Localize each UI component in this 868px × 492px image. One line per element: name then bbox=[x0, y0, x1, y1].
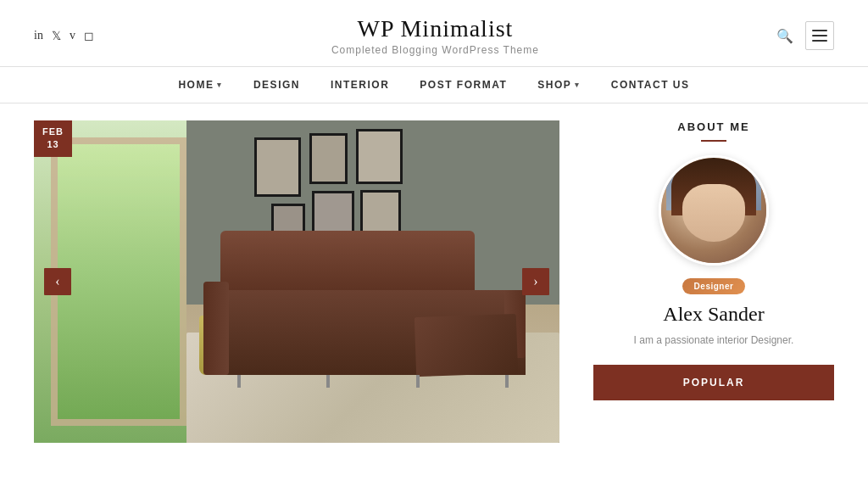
social-links: in 𝕏 v ◻ bbox=[34, 29, 94, 43]
slider-prev-button[interactable]: ‹ bbox=[44, 268, 71, 295]
slider-image bbox=[34, 120, 559, 443]
chevron-down-icon: ▾ bbox=[575, 81, 581, 89]
instagram-icon[interactable]: ◻ bbox=[84, 29, 94, 43]
nav-item-interior[interactable]: INTERIOR bbox=[331, 79, 389, 91]
popular-button[interactable]: POPULAR bbox=[593, 365, 834, 400]
window-frame bbox=[51, 137, 186, 426]
avatar bbox=[659, 155, 769, 266]
site-tagline: Completed Blogging WordPress Theme bbox=[331, 44, 539, 56]
nav-item-design[interactable]: DESIGN bbox=[253, 79, 300, 91]
wall-frame bbox=[254, 137, 301, 197]
header-actions: 🔍 bbox=[776, 21, 834, 50]
vimeo-icon[interactable]: v bbox=[70, 29, 75, 42]
search-icon[interactable]: 🔍 bbox=[776, 28, 793, 44]
chevron-down-icon: ▾ bbox=[217, 81, 223, 89]
twitter-icon[interactable]: 𝕏 bbox=[52, 29, 61, 43]
wall-frame bbox=[356, 129, 403, 184]
sidebar: ABOUT ME Designer Alex Sander I am a pas… bbox=[559, 120, 834, 443]
site-title: WP Minimalist bbox=[331, 15, 539, 42]
nav-item-shop[interactable]: SHOP ▾ bbox=[537, 79, 581, 91]
about-title: ABOUT ME bbox=[593, 120, 834, 133]
about-divider bbox=[701, 140, 726, 142]
menu-toggle[interactable] bbox=[805, 21, 834, 50]
nav-item-post-format[interactable]: POST FORMAT bbox=[420, 79, 507, 91]
post-date-badge: FEB 13 bbox=[34, 120, 72, 157]
interior-scene bbox=[34, 120, 559, 443]
site-brand: WP Minimalist Completed Blogging WordPre… bbox=[331, 15, 539, 56]
role-badge: Designer bbox=[682, 278, 746, 294]
nav-item-home[interactable]: HOME ▾ bbox=[178, 79, 223, 91]
wall-frame bbox=[309, 133, 348, 184]
slider-next-button[interactable]: › bbox=[522, 268, 549, 295]
author-name: Alex Sander bbox=[593, 303, 834, 326]
main-content: FEB 13 bbox=[0, 120, 868, 443]
avatar-image bbox=[661, 158, 766, 263]
featured-slider: FEB 13 bbox=[34, 120, 559, 443]
author-description: I am a passionate interior Designer. bbox=[593, 333, 834, 348]
hamburger-icon bbox=[812, 30, 827, 42]
site-header: in 𝕏 v ◻ WP Minimalist Completed Bloggin… bbox=[0, 0, 868, 67]
about-widget: ABOUT ME Designer Alex Sander I am a pas… bbox=[593, 120, 834, 400]
sofa bbox=[203, 222, 526, 375]
nav-item-contact[interactable]: CONTACT US bbox=[611, 79, 690, 91]
main-nav: HOME ▾ DESIGN INTERIOR POST FORMAT SHOP … bbox=[0, 67, 868, 103]
linkedin-icon[interactable]: in bbox=[34, 29, 43, 42]
